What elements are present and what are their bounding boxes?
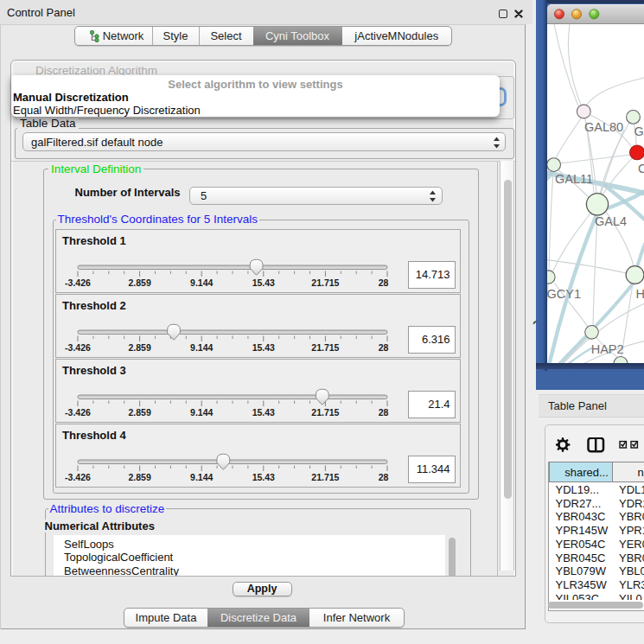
svg-text:2.859: 2.859 — [128, 407, 150, 418]
svg-text:GAL11: GAL11 — [555, 172, 593, 186]
svg-text:-3.426: -3.426 — [65, 277, 91, 288]
svg-text:28: 28 — [379, 277, 389, 288]
svg-text:2.859: 2.859 — [128, 342, 150, 353]
svg-text:2.859: 2.859 — [128, 277, 150, 288]
svg-text:-3.426: -3.426 — [65, 407, 91, 418]
svg-text:28: 28 — [379, 407, 389, 418]
svg-text:HAP2: HAP2 — [591, 342, 624, 356]
svg-text:CY: CY — [638, 162, 644, 175]
svg-text:9.144: 9.144 — [190, 407, 213, 418]
svg-text:GCY1: GCY1 — [547, 287, 581, 301]
svg-text:9.144: 9.144 — [190, 342, 213, 353]
svg-text:HA: HA — [636, 287, 644, 301]
svg-text:15.43: 15.43 — [252, 472, 275, 482]
svg-text:28: 28 — [379, 342, 389, 353]
svg-text:GA: GA — [634, 124, 644, 138]
svg-text:-3.426: -3.426 — [65, 472, 91, 482]
svg-text:21.715: 21.715 — [311, 342, 339, 353]
svg-text:GAL4: GAL4 — [595, 214, 627, 228]
svg-text:21.715: 21.715 — [311, 277, 339, 288]
svg-text:GAL80: GAL80 — [584, 120, 623, 134]
svg-text:9.144: 9.144 — [190, 472, 213, 482]
svg-text:15.43: 15.43 — [252, 342, 275, 353]
svg-text:-3.426: -3.426 — [65, 342, 91, 353]
svg-text:15.43: 15.43 — [252, 407, 275, 418]
svg-text:28: 28 — [379, 472, 389, 482]
svg-text:21.715: 21.715 — [311, 472, 339, 482]
svg-text:15.43: 15.43 — [252, 277, 275, 288]
svg-text:9.144: 9.144 — [190, 277, 213, 288]
svg-text:2.859: 2.859 — [128, 472, 150, 482]
svg-text:21.715: 21.715 — [311, 407, 339, 418]
